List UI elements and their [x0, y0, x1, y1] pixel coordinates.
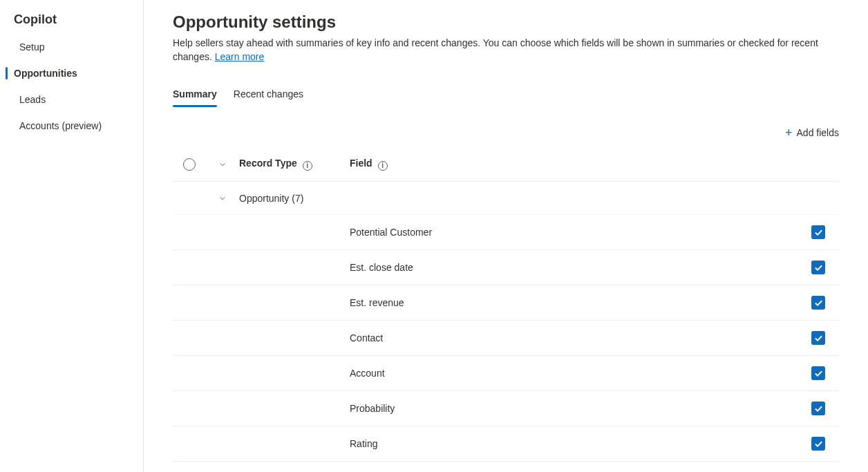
table-row: Account — [173, 356, 839, 391]
table-row: Potential Customer — [173, 215, 839, 250]
table-header-row: Record Type i Field i — [173, 147, 839, 182]
fields-table: Record Type i Field i Opportunity (7) — [173, 147, 839, 462]
page-description-text: Help sellers stay ahead with summaries o… — [173, 37, 818, 62]
plus-icon: + — [785, 126, 793, 139]
sidebar-item-accounts[interactable]: Accounts (preview) — [0, 113, 143, 139]
tab-label: Summary — [173, 88, 217, 100]
toolbar: + Add fields — [173, 126, 839, 139]
table-row: Est. close date — [173, 250, 839, 285]
field-name: Potential Customer — [350, 227, 798, 238]
sidebar-item-leads[interactable]: Leads — [0, 86, 143, 113]
table-row: Est. revenue — [173, 285, 839, 321]
header-record-type-label: Record Type — [239, 158, 297, 169]
row-checkbox[interactable] — [811, 225, 825, 239]
group-label: Opportunity (7) — [239, 193, 303, 204]
header-field: Field i — [350, 158, 798, 171]
sidebar-title: Copilot — [0, 12, 143, 34]
select-all-radio[interactable] — [183, 158, 196, 171]
sidebar-item-label: Opportunities — [14, 68, 77, 79]
row-checkbox[interactable] — [811, 437, 825, 451]
row-checkbox[interactable] — [811, 331, 825, 345]
page-description: Help sellers stay ahead with summaries o… — [173, 36, 839, 64]
add-fields-button[interactable]: + Add fields — [785, 126, 839, 139]
field-name: Contact — [350, 332, 798, 343]
info-icon[interactable]: i — [378, 161, 388, 171]
header-record-type: Record Type i — [239, 158, 350, 171]
sidebar-item-label: Leads — [19, 94, 46, 105]
chevron-down-icon[interactable] — [219, 195, 226, 202]
tabs: Summary Recent changes — [173, 83, 839, 107]
header-field-label: Field — [350, 158, 372, 169]
sidebar-item-label: Accounts (preview) — [19, 120, 102, 131]
row-checkbox[interactable] — [811, 296, 825, 310]
sidebar-item-opportunities[interactable]: Opportunities — [0, 60, 143, 86]
tab-summary[interactable]: Summary — [173, 83, 217, 106]
field-name: Account — [350, 368, 798, 379]
learn-more-link[interactable]: Learn more — [215, 51, 265, 62]
table-row: Probability — [173, 391, 839, 426]
sidebar: Copilot Setup Opportunities Leads Accoun… — [0, 0, 144, 472]
table-row: Contact — [173, 321, 839, 356]
group-row-opportunity: Opportunity (7) — [173, 182, 839, 215]
chevron-down-icon[interactable] — [219, 161, 226, 168]
field-name: Est. revenue — [350, 297, 798, 308]
field-name: Est. close date — [350, 262, 798, 273]
tab-recent-changes[interactable]: Recent changes — [234, 83, 303, 106]
field-name: Probability — [350, 403, 798, 414]
table-row: Rating — [173, 426, 839, 462]
sidebar-item-setup[interactable]: Setup — [0, 34, 143, 60]
row-checkbox[interactable] — [811, 366, 825, 380]
main: Opportunity settings Help sellers stay a… — [144, 0, 868, 472]
row-checkbox[interactable] — [811, 402, 825, 415]
row-checkbox[interactable] — [811, 261, 825, 274]
field-name: Rating — [350, 438, 798, 449]
page-title: Opportunity settings — [173, 12, 839, 32]
tab-label: Recent changes — [234, 88, 303, 100]
add-fields-label: Add fields — [797, 127, 839, 138]
info-icon[interactable]: i — [303, 161, 312, 171]
sidebar-item-label: Setup — [19, 41, 45, 53]
